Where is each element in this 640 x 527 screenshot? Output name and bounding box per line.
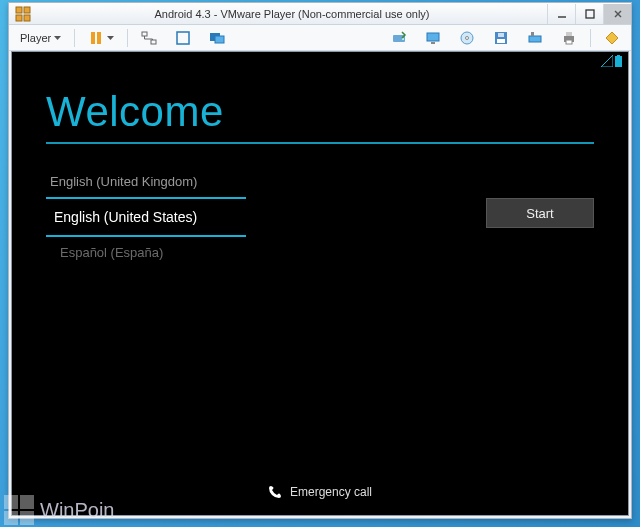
- dropdown-icon: [54, 36, 61, 40]
- svg-rect-14: [177, 32, 189, 44]
- pause-icon: [88, 30, 104, 46]
- svg-marker-31: [606, 32, 618, 44]
- network-adapter-icon: [527, 30, 543, 46]
- emergency-call-label: Emergency call: [290, 485, 372, 499]
- device-harddisk[interactable]: [384, 28, 414, 48]
- floppy-icon: [493, 30, 509, 46]
- svg-rect-29: [566, 32, 572, 36]
- svg-rect-13: [151, 40, 156, 44]
- svg-marker-8: [54, 36, 61, 40]
- close-button[interactable]: [603, 4, 631, 24]
- svg-rect-12: [142, 32, 147, 36]
- android-statusbar: [12, 52, 628, 70]
- svg-rect-0: [16, 7, 22, 13]
- svg-point-18: [402, 38, 404, 40]
- send-ctrl-alt-del-button[interactable]: [134, 28, 164, 48]
- watermark-text: WinPoin: [40, 499, 114, 522]
- svg-rect-2: [16, 15, 22, 21]
- player-menu-label: Player: [20, 32, 51, 44]
- unity-icon: [209, 30, 225, 46]
- titlebar: Android 4.3 - VMware Player (Non-commerc…: [9, 3, 631, 25]
- window-controls: [547, 4, 631, 24]
- signal-icon: [601, 55, 613, 67]
- svg-rect-27: [531, 32, 534, 36]
- language-list[interactable]: English (United Kingdom) English (United…: [46, 166, 246, 268]
- start-button[interactable]: Start: [486, 198, 594, 228]
- vmware-window: Android 4.3 - VMware Player (Non-commerc…: [8, 2, 632, 519]
- device-network[interactable]: [520, 28, 550, 48]
- battery-icon: [615, 55, 622, 67]
- language-option-en-us[interactable]: English (United States): [46, 197, 246, 237]
- svg-rect-34: [617, 55, 620, 57]
- harddisk-icon: [391, 30, 407, 46]
- unity-button[interactable]: [202, 28, 232, 48]
- phone-icon: [268, 485, 282, 499]
- welcome-heading: Welcome: [46, 88, 594, 136]
- svg-rect-33: [615, 56, 622, 67]
- svg-rect-30: [566, 40, 572, 44]
- device-cdrom[interactable]: [452, 28, 482, 48]
- message-button[interactable]: [597, 28, 627, 48]
- toolbar-separator: [127, 29, 128, 47]
- language-option-en-gb[interactable]: English (United Kingdom): [46, 166, 246, 197]
- monitor-icon: [425, 30, 441, 46]
- start-button-label: Start: [526, 206, 553, 221]
- device-printer[interactable]: [554, 28, 584, 48]
- svg-rect-9: [91, 32, 95, 44]
- svg-rect-19: [427, 33, 439, 41]
- device-floppy[interactable]: [486, 28, 516, 48]
- svg-rect-3: [24, 15, 30, 21]
- toolbar-separator: [590, 29, 591, 47]
- printer-icon: [561, 30, 577, 46]
- device-monitor[interactable]: [418, 28, 448, 48]
- svg-rect-20: [431, 42, 435, 44]
- minimize-button[interactable]: [547, 4, 575, 24]
- svg-rect-16: [215, 36, 224, 43]
- svg-point-22: [466, 36, 469, 39]
- vmware-toolbar: Player: [9, 25, 631, 51]
- svg-marker-32: [601, 55, 613, 67]
- network-icon: [141, 30, 157, 46]
- message-icon: [604, 30, 620, 46]
- maximize-button[interactable]: [575, 4, 603, 24]
- svg-rect-26: [529, 36, 541, 42]
- heading-underline: [46, 142, 594, 144]
- fullscreen-button[interactable]: [168, 28, 198, 48]
- fullscreen-icon: [175, 30, 191, 46]
- window-title: Android 4.3 - VMware Player (Non-commerc…: [37, 8, 547, 20]
- cd-icon: [459, 30, 475, 46]
- windows-logo-icon: [4, 495, 34, 525]
- svg-rect-24: [498, 33, 504, 37]
- svg-rect-10: [97, 32, 101, 44]
- watermark: WinPoin: [4, 495, 114, 525]
- android-vm-screen[interactable]: Welcome English (United Kingdom) English…: [11, 51, 629, 516]
- dropdown-icon: [107, 36, 114, 40]
- vmware-icon: [15, 6, 31, 22]
- svg-rect-25: [497, 39, 505, 43]
- svg-rect-1: [24, 7, 30, 13]
- svg-marker-11: [107, 36, 114, 40]
- toolbar-separator: [74, 29, 75, 47]
- language-option-es-es[interactable]: Español (España): [46, 237, 246, 268]
- svg-rect-5: [586, 10, 594, 18]
- pause-button[interactable]: [81, 28, 121, 48]
- android-setup-wizard: Welcome English (United Kingdom) English…: [12, 70, 628, 475]
- player-menu[interactable]: Player: [13, 28, 68, 48]
